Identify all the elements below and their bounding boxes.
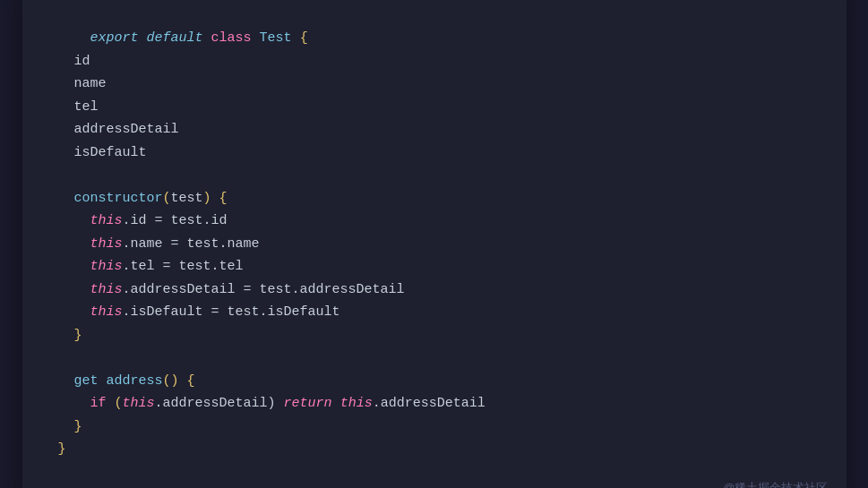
open-brace-3: { [187, 373, 195, 389]
field-name: name [58, 76, 107, 91]
watermark: @稀土掘金技术社区 [723, 480, 828, 488]
return-keyword: return [284, 396, 332, 411]
address-func: address [107, 373, 163, 389]
this-4: this [90, 282, 123, 297]
paren-2: ) [203, 191, 211, 206]
open-brace-1: { [300, 30, 308, 46]
paren-3: () [163, 373, 179, 389]
paren-1: ( [163, 191, 171, 206]
this-5: this [90, 304, 123, 320]
code-window: export default class Test { id name tel … [22, 0, 847, 488]
this-1: this [90, 213, 123, 228]
this-3: this [90, 259, 123, 274]
constructor-line [58, 191, 74, 206]
paren-4: ( [115, 396, 123, 411]
close-brace-3: } [74, 419, 82, 434]
close-brace-2: } [74, 328, 82, 343]
default-keyword: default [147, 30, 203, 46]
field-isdefault: isDefault [58, 145, 147, 160]
get-keyword: get [74, 373, 99, 389]
this-7: this [340, 396, 373, 411]
field-id: id [58, 54, 90, 69]
class-name: Test [260, 30, 292, 46]
field-addressdetail: addressDetail [58, 122, 179, 137]
field-tel: tel [58, 99, 99, 115]
if-keyword: if [90, 396, 107, 411]
constructor-keyword: constructor [74, 191, 163, 206]
this-2: this [90, 236, 123, 252]
constructor-param: test [171, 191, 203, 206]
open-brace-2: { [219, 191, 228, 206]
class-keyword: class [211, 30, 252, 46]
this-6: this [123, 396, 155, 411]
code-block: export default class Test { id name tel … [58, 4, 811, 484]
close-brace-1: } [58, 441, 66, 457]
export-keyword: export [90, 30, 139, 46]
